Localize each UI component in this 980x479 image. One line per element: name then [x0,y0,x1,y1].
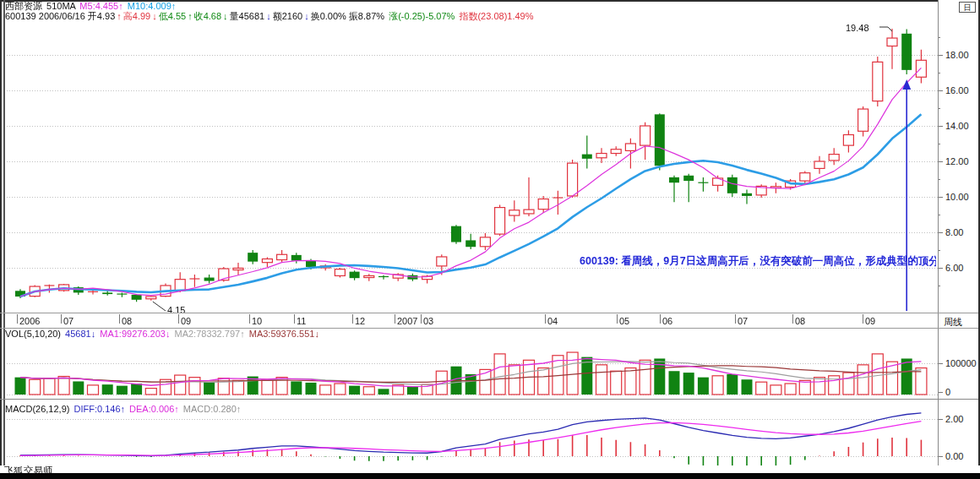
text-segment: 换0.00% 振8.87% [311,11,388,21]
time-axis-label: 09 [181,316,191,326]
macd-header: MACD(26,12,9) DIFF:0.146↑ DEA:0.006↑ MAC… [5,405,242,414]
time-axis-tick [792,314,793,324]
time-axis-tick [395,314,395,324]
text-segment: 600139 2006/06/16 开4.93 [5,11,115,21]
text-segment: 45681↓ [65,329,95,339]
price-axis-label: 12.00 [945,156,969,166]
text-segment: ↓ [152,11,157,21]
text-segment: MACD(26,12,9) [5,404,72,414]
text-segment: ↓ [266,11,271,21]
time-axis-tick [119,314,120,324]
price-axis-label: 10.00 [945,192,969,202]
text-segment: DIFF:0.146↑ [74,404,125,414]
text-segment: ↑ [188,11,193,21]
text-segment: DEA:0.006↑ [127,404,179,414]
time-axis: 2006070809101112200703040506070809 [0,313,938,328]
time-axis-label: 10 [252,316,262,326]
time-axis-label: 06 [662,316,672,326]
time-axis-tick [61,314,62,324]
time-axis-tick [17,314,18,324]
price-axis-label: 18.00 [945,50,969,60]
text-segment: 西部资源 [5,1,42,11]
time-axis-bottom-line [0,328,978,329]
axis-separator-line [938,0,939,465]
text-segment: 额2160 [273,11,302,21]
volume-header: VOL(5,10,20) 45681↓ MA1:99276.203↓ MA2:7… [5,329,321,339]
text-segment: VOL(5,10,20) [5,329,63,339]
price-axis-label: 16.00 [945,85,969,95]
time-axis-label: 09 [865,316,875,326]
time-axis-label: 2006 [19,316,40,326]
text-segment: MA3:59376.551↓ [247,329,319,339]
text-segment: 高4.99 [123,11,150,21]
time-axis-top-line [0,313,978,313]
time-axis-tick [352,314,353,324]
macd-axis-label: 2.00 [945,414,963,424]
text-segment: 涨(-0.25)-5.07% [389,11,457,21]
text-segment: ↑ [117,11,122,21]
app-window: 西部资源 510MA M5:4.455↑ M10:4.009↑ 600139 2… [0,0,980,479]
time-axis-label: 05 [619,316,629,326]
time-axis-tick [249,314,250,324]
time-axis-label: 07 [738,316,748,326]
period-day-button[interactable]: 日 [959,2,976,13]
text-segment: ↓ [304,11,309,21]
price-axis-label: 6.00 [945,263,963,273]
volume-axis-label: 0 [945,387,950,397]
left-panel-border [3,0,5,465]
quote-header-line2: 600139 2006/06/16 开4.93↑高4.99↓低4.55↑收4.6… [5,12,535,21]
time-axis-tick [617,314,618,324]
time-axis-tick [545,314,546,324]
time-axis-label: 12 [355,316,365,326]
text-segment: 510MA [44,1,78,11]
time-axis-tick [178,314,179,324]
right-axis-column: 18.0016.0014.0012.0010.008.006.001000000… [938,0,978,465]
time-axis-tick [421,314,422,324]
time-axis-label: 2007 [397,316,417,326]
macd-axis-label: 0.00 [945,451,963,461]
time-axis-label: 11 [297,316,306,326]
volume-axis-label: 100000 [945,358,977,368]
price-axis-label: 14.00 [945,121,969,131]
text-segment: ↓ [223,11,228,21]
text-segment: MA2:78332.797↑ [172,329,244,339]
text-segment: MA1:99276.203↓ [97,329,170,339]
time-axis-tick [735,314,736,324]
text-segment: MACD:0.280↑ [181,404,242,414]
high-price-callout: 19.48 [846,23,869,33]
price-axis-label: 8.00 [945,227,963,237]
text-segment: 低4.55 [159,11,186,21]
window-bottom-edge [0,473,980,479]
time-axis-label: 04 [547,316,558,326]
text-segment: 量45681 [230,11,265,21]
quote-header-line1: 西部资源 510MA M5:4.455↑ M10:4.009↑ [5,2,177,11]
period-weekly-label[interactable]: 周线 [944,316,962,329]
time-axis-label: 03 [423,316,433,326]
time-axis-tick [660,314,661,324]
status-bar [0,465,980,473]
volume-macd-divider [0,399,978,400]
time-axis-label: 08 [795,316,805,326]
time-axis-label: 08 [122,316,132,326]
time-axis-label: 07 [63,316,74,326]
text-segment: M10:4.009↑ [125,1,177,11]
time-axis-tick [294,314,295,324]
time-axis-tick [863,314,863,324]
text-segment: 收4.68 [194,11,221,21]
text-segment: M5:4.455↑ [79,1,122,11]
text-segment: 指数(23.08)1.49% [459,11,533,21]
analysis-note: 600139: 看周线，9月7日这周高开后，没有突破前一周高位，形成典型的顶分型… [580,254,936,269]
